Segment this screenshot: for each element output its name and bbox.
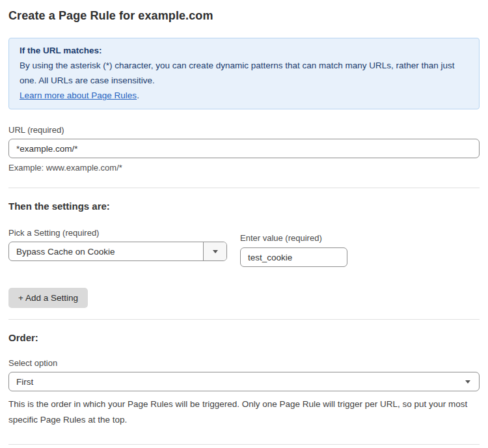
setting-row: Pick a Setting (required) Bypass Cache o… [8,228,480,267]
setting-picker-column: Pick a Setting (required) Bypass Cache o… [8,228,227,261]
info-box-body: By using the asterisk (*) character, you… [20,58,468,88]
divider [8,188,480,188]
order-section-heading: Order: [8,332,480,343]
caret-down-icon [213,250,218,253]
setting-select-value: Bypass Cache on Cookie [9,247,203,257]
divider [8,319,480,320]
link-period: . [137,91,139,100]
info-box-link-row: Learn more about Page Rules. [20,88,468,103]
add-setting-button[interactable]: + Add a Setting [8,288,88,308]
order-select-label: Select option [8,358,480,368]
setting-select[interactable]: Bypass Cache on Cookie [8,242,227,261]
setting-value-column: Enter value (required) [240,233,347,267]
divider [8,444,480,445]
url-example-helper: Example: www.example.com/* [8,163,480,173]
order-select-value: First [9,377,479,387]
order-description: This is the order in which your Page Rul… [8,397,480,428]
setting-picker-label: Pick a Setting (required) [8,228,227,238]
info-box-heading: If the URL matches: [20,43,468,58]
setting-value-input[interactable] [240,247,347,267]
settings-section-heading: Then the settings are: [8,201,480,212]
url-field-label: URL (required) [8,125,480,135]
url-input[interactable] [8,139,480,158]
caret-down-icon [465,380,470,384]
setting-select-arrow-button[interactable] [203,242,226,260]
setting-value-label: Enter value (required) [240,233,347,243]
page-title: Create a Page Rule for example.com [8,9,480,23]
url-matches-info-box: If the URL matches: By using the asteris… [8,38,480,109]
learn-more-link[interactable]: Learn more about Page Rules [20,91,137,100]
order-select[interactable]: First [8,372,480,391]
